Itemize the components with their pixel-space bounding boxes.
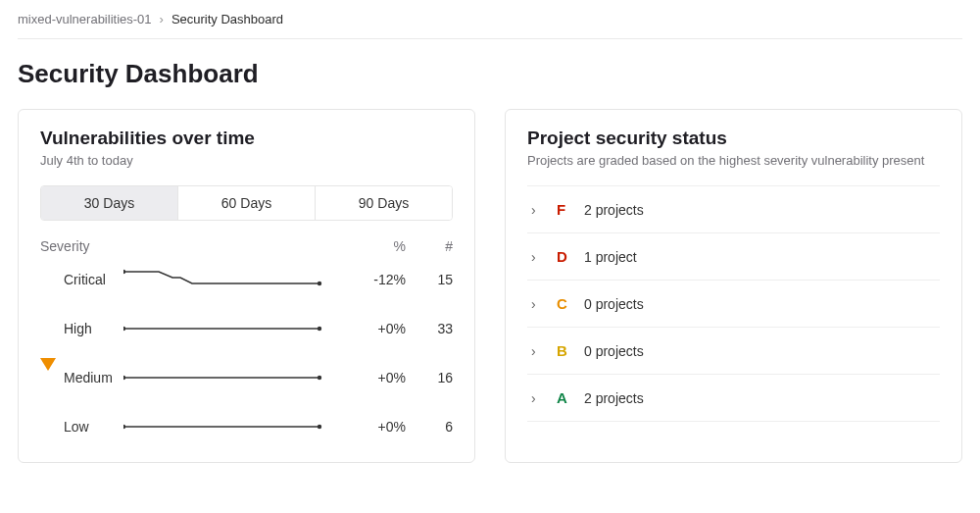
svg-point-6 [123,376,125,380]
pct-change: +0% [347,321,406,336]
status-panel-title: Project security status [527,128,940,149]
high-icon [40,322,54,335]
critical-icon [40,273,54,286]
col-severity-label: Severity [40,238,116,254]
project-security-status-panel: Project security status Projects are gra… [505,109,962,463]
severity-row-high: High +0% 33 [40,315,453,342]
count: 6 [414,419,453,435]
severity-row-critical: Critical -12% 15 [40,266,453,293]
sparkline-high [123,315,339,342]
status-panel-subtitle: Projects are graded based on the highest… [527,153,940,168]
page-title: Security Dashboard [18,39,962,109]
medium-icon [40,371,54,385]
project-count: 1 project [584,249,637,265]
breadcrumb-root[interactable]: mixed-vulnerabilities-01 [18,12,152,26]
severity-label: Low [64,419,89,435]
breadcrumb: mixed-vulnerabilities-01 › Security Dash… [18,6,962,39]
status-row-b[interactable]: › B 0 projects [527,328,940,375]
chevron-right-icon: › [160,12,164,26]
project-count: 2 projects [584,202,644,218]
count: 16 [414,370,453,385]
severity-header: Severity % # [40,238,453,254]
status-row-f[interactable]: › F 2 projects [527,186,940,233]
project-count: 2 projects [584,390,644,406]
chevron-right-icon: › [531,296,543,312]
svg-point-9 [123,425,125,429]
svg-point-0 [123,270,125,274]
status-row-c[interactable]: › C 0 projects [527,281,940,328]
chevron-right-icon: › [531,343,543,359]
date-range-tabs: 30 Days 60 Days 90 Days [40,185,453,221]
sparkline-medium [123,364,339,391]
severity-row-medium: Medium +0% 16 [40,364,453,391]
vuln-panel-title: Vulnerabilities over time [40,128,453,149]
sparkline-critical [123,266,339,293]
project-count: 0 projects [584,296,644,312]
grade-badge: B [557,342,570,359]
pct-change: +0% [347,419,406,435]
svg-point-7 [318,376,321,380]
svg-point-4 [318,327,321,331]
status-row-d[interactable]: › D 1 project [527,233,940,281]
pct-change: -12% [347,272,406,287]
chevron-right-icon: › [531,202,543,218]
pct-change: +0% [347,370,406,385]
tab-30-days[interactable]: 30 Days [41,186,177,220]
tab-90-days[interactable]: 90 Days [315,186,452,220]
chevron-right-icon: › [531,249,543,265]
svg-point-10 [318,425,321,429]
project-count: 0 projects [584,343,644,359]
severity-label: Medium [64,370,113,385]
grade-badge: F [557,201,570,218]
vuln-panel-subtitle: July 4th to today [40,153,453,168]
sparkline-low [123,413,339,440]
count: 33 [414,321,453,336]
count: 15 [414,272,453,287]
vulnerabilities-over-time-panel: Vulnerabilities over time July 4th to to… [18,109,475,463]
grade-badge: D [557,248,570,265]
breadcrumb-current: Security Dashboard [172,12,283,26]
status-row-a[interactable]: › A 2 projects [527,375,940,422]
severity-label: High [64,321,92,336]
col-num-label: # [414,238,453,254]
status-list: › F 2 projects › D 1 project › C 0 proje… [527,185,940,422]
col-pct-label: % [347,238,406,254]
svg-point-3 [123,327,125,331]
tab-60-days[interactable]: 60 Days [177,186,315,220]
grade-badge: A [557,389,570,406]
svg-point-1 [318,282,321,285]
low-icon [40,420,54,434]
severity-row-low: Low +0% 6 [40,413,453,440]
severity-label: Critical [64,272,106,287]
grade-badge: C [557,295,570,312]
chevron-right-icon: › [531,390,543,406]
